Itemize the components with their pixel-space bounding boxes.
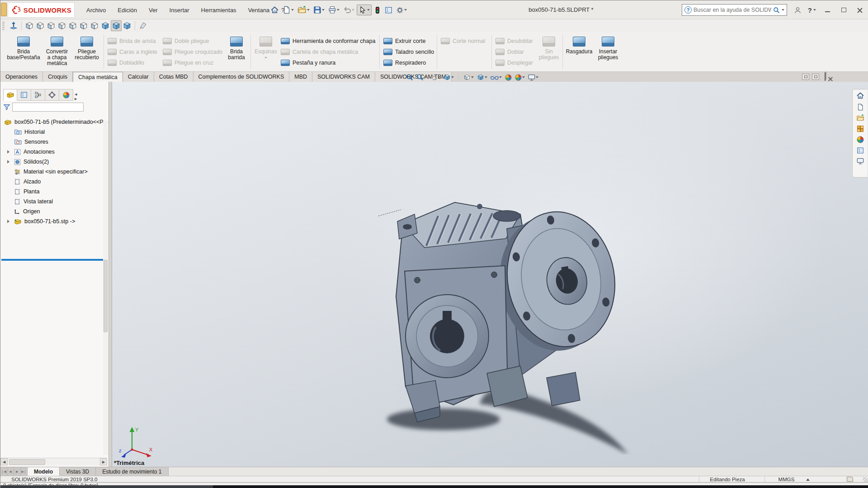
- menu-archivo[interactable]: Archivo: [86, 7, 106, 14]
- tree-vertical-scrollbar[interactable]: [103, 121, 108, 455]
- doc-maximize-button[interactable]: [825, 73, 826, 81]
- search-icon[interactable]: [773, 7, 780, 14]
- scroll-right-icon[interactable]: ▶: [100, 458, 107, 465]
- pliegue-croquizado-button[interactable]: Pliegue croquizado: [161, 47, 224, 57]
- save-button[interactable]: [312, 5, 326, 15]
- task-custom-properties-icon[interactable]: [857, 147, 864, 154]
- brida-arista-button[interactable]: Brida de arista: [106, 36, 161, 47]
- minimize-button[interactable]: [822, 6, 832, 14]
- view-right-icon[interactable]: [57, 20, 67, 31]
- view-orientation-icon[interactable]: [462, 73, 475, 81]
- nav-next-icon[interactable]: ▶: [14, 467, 21, 476]
- task-design-library-icon[interactable]: [857, 125, 864, 132]
- tree-root[interactable]: box050-71-b5 (Predeterminado<<Pre: [0, 117, 108, 127]
- brida-barrida-button[interactable]: Brida barrida: [224, 32, 249, 71]
- new-document-button[interactable]: [281, 5, 295, 15]
- feature-manager-tab[interactable]: [3, 89, 17, 101]
- zoom-fit-icon[interactable]: [405, 73, 414, 81]
- search-dropdown-icon[interactable]: [782, 9, 784, 11]
- tab-operaciones[interactable]: Operaciones: [0, 72, 43, 82]
- help-button[interactable]: ?: [808, 6, 816, 14]
- tab-cotas-mbd[interactable]: Cotas MBD: [154, 72, 193, 82]
- cartela-chapa-button[interactable]: Cartela de chapa metálica: [279, 47, 377, 57]
- view-back-icon[interactable]: [35, 20, 46, 31]
- view-front-icon[interactable]: [24, 20, 35, 31]
- print-button[interactable]: [327, 5, 341, 15]
- login-user-icon[interactable]: [794, 6, 802, 14]
- task-home-icon[interactable]: [856, 92, 864, 100]
- filter-input[interactable]: [12, 103, 84, 112]
- zoom-area-icon[interactable]: [415, 73, 428, 81]
- nav-last-icon[interactable]: ▶❘: [21, 467, 28, 476]
- tree-item-sensores[interactable]: Sensores: [0, 137, 108, 147]
- menu-herramientas[interactable]: Herramientas: [201, 7, 236, 14]
- tree-item-origen[interactable]: Origen: [0, 206, 108, 216]
- doblar-button[interactable]: Doblar: [494, 47, 537, 57]
- nav-first-icon[interactable]: ❘◀: [0, 467, 7, 476]
- rollback-bar[interactable]: [1, 259, 104, 261]
- tags-icon[interactable]: [847, 477, 853, 482]
- search-box[interactable]: ?: [682, 4, 787, 16]
- convertir-chapa-button[interactable]: Convertir a chapa metálica: [42, 32, 72, 71]
- graphics-viewport[interactable]: Y X Z *Trimétrica: [112, 82, 868, 467]
- pliegue-recubierto-button[interactable]: Pliegue recubierto: [72, 32, 102, 71]
- undo-button[interactable]: [342, 5, 356, 15]
- task-file-explorer-icon[interactable]: [857, 103, 864, 111]
- dimxpert-manager-tab[interactable]: [45, 89, 59, 101]
- respiradero-button[interactable]: Respiradero: [382, 57, 435, 68]
- caras-inglete-button[interactable]: Caras a inglete: [106, 47, 161, 57]
- desdoblar-button[interactable]: Desdoblar: [494, 36, 537, 47]
- open-button[interactable]: [296, 5, 311, 15]
- expand-icon[interactable]: [7, 160, 9, 164]
- gearbox-model[interactable]: [371, 161, 642, 455]
- view-bottom-icon[interactable]: [78, 20, 89, 31]
- display-style-icon[interactable]: [476, 73, 488, 81]
- configuration-manager-tab[interactable]: [31, 89, 45, 101]
- tab-croquis[interactable]: Croquis: [43, 72, 73, 82]
- units-dropdown-icon[interactable]: [806, 479, 810, 481]
- display-manager-tab[interactable]: [59, 89, 73, 101]
- tree-item-anotaciones[interactable]: Anotaciones: [0, 147, 108, 157]
- task-open-documents-icon[interactable]: [856, 114, 864, 122]
- rasgadura-button[interactable]: Rasgadura: [565, 32, 594, 71]
- herramienta-conformar-button[interactable]: Herramienta de conformar chapa: [279, 36, 377, 47]
- pliegue-en-cruz-button[interactable]: Pliegue en cruz: [161, 57, 224, 68]
- doc-restore-right-icon[interactable]: [812, 74, 819, 80]
- property-manager-tab[interactable]: [17, 89, 31, 101]
- file-properties-button[interactable]: [383, 5, 394, 15]
- tree-item-solidos[interactable]: Sólidos(2): [0, 157, 108, 167]
- view-dimetric-icon[interactable]: [100, 20, 111, 31]
- tab-calcular[interactable]: Calcular: [123, 72, 154, 82]
- scroll-thumb[interactable]: [9, 459, 45, 465]
- view-left-icon[interactable]: [46, 20, 57, 31]
- edit-appearance-toolbar-icon[interactable]: [137, 20, 148, 31]
- interference-check-button[interactable]: [373, 5, 382, 15]
- previous-view-icon[interactable]: [429, 73, 441, 81]
- tree-horizontal-scrollbar[interactable]: ◀ ▶: [0, 458, 107, 465]
- expand-icon[interactable]: [7, 150, 9, 154]
- view-top-icon[interactable]: [67, 20, 78, 31]
- sin-pliegues-button[interactable]: Sin pliegues: [537, 32, 561, 71]
- menu-edicion[interactable]: Edición: [118, 7, 137, 14]
- task-appearances-icon[interactable]: [857, 136, 864, 143]
- view-normal-to-icon[interactable]: [122, 20, 132, 31]
- corte-normal-button[interactable]: Corte normal: [439, 36, 490, 47]
- esquinas-dropdown-icon[interactable]: [264, 57, 267, 59]
- doc-restore-left-icon[interactable]: [802, 74, 809, 80]
- select-tool-button[interactable]: [357, 5, 372, 15]
- resize-grip[interactable]: [863, 477, 868, 482]
- hide-show-items-icon[interactable]: [490, 74, 503, 81]
- view-settings-icon[interactable]: [527, 74, 539, 81]
- view-isometric-icon[interactable]: [89, 20, 100, 31]
- tab-modelo[interactable]: Modelo: [28, 467, 60, 476]
- tree-item-planta[interactable]: Planta: [0, 187, 108, 197]
- home-button[interactable]: [269, 5, 280, 15]
- expand-icon[interactable]: [7, 220, 9, 223]
- doble-pliegue-button[interactable]: Doble pliegue: [161, 36, 224, 47]
- units-selector[interactable]: MMGS: [764, 476, 823, 483]
- apply-scene-icon[interactable]: [514, 74, 526, 81]
- tab-complementos[interactable]: Complementos de SOLIDWORKS: [193, 72, 290, 82]
- taladro-sencillo-button[interactable]: Taladro sencillo: [382, 47, 435, 57]
- section-view-icon[interactable]: [443, 73, 455, 81]
- tree-item-vista-lateral[interactable]: Vista lateral: [0, 197, 108, 206]
